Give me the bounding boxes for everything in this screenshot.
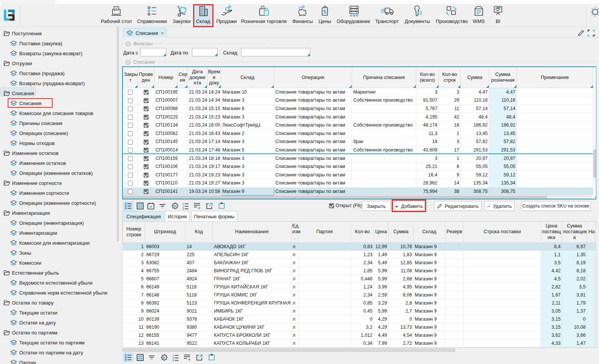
svg-text:3: 3 — [172, 359, 174, 362]
svg-text:3: 3 — [182, 208, 184, 210]
